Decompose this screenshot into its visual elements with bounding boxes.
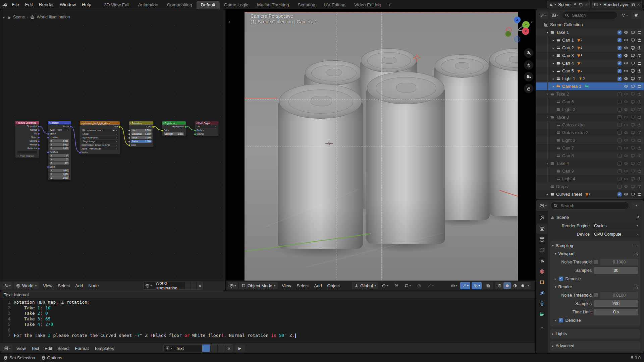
hide-eye-toggle[interactable] xyxy=(624,30,628,35)
render-disable-toggle[interactable] xyxy=(637,38,642,42)
node-value-factor[interactable]: Factor1.000 xyxy=(131,140,152,143)
expand-toggle[interactable]: ▾ xyxy=(545,116,550,119)
render-disable-toggle[interactable] xyxy=(637,115,642,119)
advanced-panel[interactable]: ▸Advanced xyxy=(550,341,640,351)
viewport-menu-view[interactable]: View xyxy=(279,283,294,288)
in-socket-surface[interactable]: Surface xyxy=(195,128,218,132)
view-layer-tab[interactable] xyxy=(536,245,548,255)
outliner-row-can-2[interactable]: ▸Can 2▼2 xyxy=(536,44,644,52)
render-disable-toggle[interactable] xyxy=(637,161,642,166)
new-copy-icon[interactable] xyxy=(191,282,197,289)
in-socket-volume[interactable]: Volume xyxy=(195,132,218,136)
viewport-disable-toggle[interactable] xyxy=(631,53,635,58)
properties-search-input[interactable] xyxy=(560,203,626,208)
render-disable-toggle[interactable] xyxy=(637,100,642,104)
pin-icon[interactable] xyxy=(205,282,215,289)
snap-toggle[interactable] xyxy=(391,282,401,289)
viewport-disable-toggle[interactable] xyxy=(631,100,635,104)
text-editor[interactable]: Text: Internal 1Rotation HDR map, Z rota… xyxy=(0,291,536,354)
node-saturation[interactable]: ▾SaturationColorHue0.500Saturation1.000V… xyxy=(129,121,154,147)
hide-eye-toggle[interactable] xyxy=(624,192,628,196)
outliner-row-can-4[interactable]: ▸Can 4▼2 xyxy=(536,59,644,67)
text-datablock-field[interactable]: ▾ Text × xyxy=(163,344,233,352)
editor-type-button[interactable]: ▾ xyxy=(538,202,548,209)
outliner-row-can-7[interactable]: Can 7 xyxy=(536,144,644,152)
shading-material-button[interactable] xyxy=(511,282,519,289)
text-menu-select[interactable]: Select xyxy=(55,346,72,351)
outliner-row-can-6[interactable]: Can 6 xyxy=(536,98,644,106)
shader-type-dropdown[interactable]: World▾ xyxy=(14,282,39,289)
in-socket-color[interactable]: Color xyxy=(129,143,153,147)
viewport-disable-toggle[interactable] xyxy=(631,84,635,88)
copy-icon[interactable] xyxy=(631,2,635,7)
node-value-y[interactable]: Y0° xyxy=(50,158,69,161)
output-tab[interactable] xyxy=(536,234,548,244)
text-editor-code[interactable]: 1Rotation HDR map, Z rotation:2 Take 1: … xyxy=(0,298,535,343)
hide-eye-toggle[interactable] xyxy=(624,146,628,150)
workspace-tab-compositing[interactable]: Compositing xyxy=(163,1,197,9)
viewport-disable-toggle[interactable] xyxy=(631,30,635,35)
pin-icon[interactable] xyxy=(573,2,577,7)
gizmos-toggle[interactable]: ▾ xyxy=(460,282,470,289)
unlink-icon[interactable]: × xyxy=(225,345,233,352)
exclude-checkbox[interactable] xyxy=(618,162,622,166)
viewport-subpanel-header[interactable]: ▾Viewport xyxy=(552,250,638,258)
scene-selector[interactable]: ▾ Scene × xyxy=(547,1,590,8)
shading-solid-button[interactable] xyxy=(503,282,511,289)
physics-tab[interactable] xyxy=(536,288,548,298)
shading-wireframe-button[interactable] xyxy=(496,282,503,289)
scene-tab[interactable] xyxy=(536,256,548,266)
outliner-search-input[interactable] xyxy=(571,12,615,18)
node-menu-add[interactable]: Add xyxy=(72,283,86,288)
image-datablock-field[interactable]: ▾cyclorama_hard_l...× xyxy=(82,129,118,132)
hide-eye-toggle[interactable] xyxy=(624,69,628,73)
node-brightness[interactable]: ▾BrightnessBackgroundColorStrength1.500 xyxy=(162,121,186,136)
gizmo-axis-Z[interactable]: Z xyxy=(514,16,521,23)
vp-denoise-checkbox[interactable] xyxy=(559,277,563,281)
hide-eye-toggle[interactable] xyxy=(624,84,628,88)
mode-dropdown[interactable]: Object Mode▾ xyxy=(239,282,278,289)
node-value-x[interactable]: X1.000 xyxy=(50,169,69,172)
expand-toggle[interactable]: ▸ xyxy=(551,85,556,88)
breadcrumb-world[interactable]: World Illumination xyxy=(37,15,70,19)
exclude-checkbox[interactable] xyxy=(618,69,622,73)
editor-type-button[interactable]: ▾ xyxy=(2,282,12,289)
viewport-disable-toggle[interactable] xyxy=(631,46,635,50)
code-line-4[interactable]: 4 Take 3: 65 xyxy=(0,316,535,322)
constraints-tab[interactable] xyxy=(536,299,548,309)
render-disable-toggle[interactable] xyxy=(637,177,642,181)
viewport-disable-toggle[interactable] xyxy=(631,115,635,119)
node-menu-select[interactable]: Select xyxy=(55,283,72,288)
out-socket-generated[interactable]: Generated xyxy=(15,124,39,128)
expand-toggle[interactable]: ▾ xyxy=(545,93,550,96)
out-socket-color[interactable]: Color xyxy=(129,125,153,128)
open-folder-icon[interactable] xyxy=(217,345,225,352)
hide-eye-toggle[interactable] xyxy=(624,154,628,158)
render-engine-dropdown[interactable]: Cycles▾ xyxy=(592,223,640,229)
render-disable-toggle[interactable] xyxy=(637,30,642,35)
pivot-point-dropdown[interactable]: ▾ xyxy=(380,282,390,289)
outliner-row-can-5[interactable]: ▸Can 5▼2 xyxy=(536,67,644,75)
render-disable-toggle[interactable] xyxy=(637,138,642,142)
expand-toggle[interactable]: ▸ xyxy=(551,69,556,73)
text-menu-view[interactable]: View xyxy=(14,346,29,351)
code-line-5[interactable]: 5 Take 4: 270 xyxy=(0,322,535,327)
outliner-row-gotas-extra[interactable]: Gotas extra xyxy=(536,121,644,129)
outliner-row-light-2[interactable]: Light 2 xyxy=(536,106,644,113)
new-copy-icon[interactable] xyxy=(210,345,217,352)
expand-toggle[interactable]: ▾ xyxy=(545,162,550,165)
node-dropdown[interactable]: Premultiplied▾ xyxy=(88,147,118,150)
node-value-hue[interactable]: Hue0.500 xyxy=(131,129,152,132)
fake-user-shield-icon[interactable] xyxy=(184,282,191,289)
proportional-edit-toggle[interactable] xyxy=(414,282,424,289)
workspace-tab-motion-tracking[interactable]: Motion Tracking xyxy=(253,1,293,9)
exclude-checkbox[interactable] xyxy=(618,31,622,35)
r-noise-threshold-value[interactable]: 0.0100 xyxy=(600,292,638,299)
renderlayer-selector[interactable]: ▾ RenderLayer × xyxy=(592,1,642,8)
expand-toggle[interactable]: ▸ xyxy=(551,77,556,80)
node-menu-view[interactable]: View xyxy=(40,283,55,288)
outliner-row-scene-collection[interactable]: Scene Collection xyxy=(536,21,644,28)
viewport-menu-add[interactable]: Add xyxy=(311,283,324,288)
node-world-output[interactable]: ▾World OutputAll▾SurfaceVolume xyxy=(195,121,219,136)
text-menu-text[interactable]: Text xyxy=(29,346,42,351)
